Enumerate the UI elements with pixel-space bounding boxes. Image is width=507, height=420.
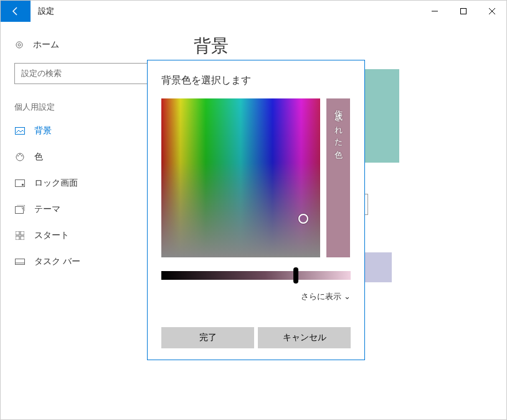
show-more-button[interactable]: さらに表示 ⌄ bbox=[161, 291, 351, 302]
arrow-left-icon bbox=[11, 6, 21, 16]
svg-rect-1 bbox=[461, 9, 467, 14]
svg-rect-16 bbox=[16, 236, 19, 240]
page-title: 背景 bbox=[194, 34, 488, 58]
nav-label: 背景 bbox=[34, 125, 52, 136]
picture-icon bbox=[14, 127, 26, 135]
svg-point-8 bbox=[17, 155, 19, 156]
back-button[interactable] bbox=[1, 1, 31, 22]
spectrum-cursor[interactable] bbox=[298, 214, 308, 224]
done-button[interactable]: 完了 bbox=[161, 327, 254, 348]
svg-point-10 bbox=[21, 155, 22, 156]
color-spectrum[interactable] bbox=[161, 98, 320, 257]
home-link[interactable]: ホーム bbox=[1, 33, 175, 57]
start-icon bbox=[14, 231, 26, 240]
nav-label: タスク バー bbox=[34, 256, 80, 267]
home-label: ホーム bbox=[33, 39, 59, 50]
minimize-icon bbox=[432, 8, 438, 14]
svg-point-9 bbox=[19, 154, 21, 155]
svg-point-3 bbox=[18, 44, 21, 46]
picker-title: 背景色を選択します bbox=[161, 74, 351, 87]
minimize-button[interactable] bbox=[420, 1, 449, 22]
window-title: 設定 bbox=[31, 6, 420, 17]
close-button[interactable] bbox=[478, 1, 506, 22]
created-color-label: 作成された色 bbox=[333, 103, 344, 146]
search-input[interactable]: 設定の検索 bbox=[14, 63, 166, 84]
theme-icon bbox=[14, 205, 26, 214]
nav-label: スタート bbox=[34, 230, 69, 241]
color-picker-dialog: 背景色を選択します 作成された色 さらに表示 ⌄ 完了 キャンセル bbox=[147, 60, 365, 360]
svg-rect-18 bbox=[16, 259, 25, 265]
lock-screen-icon bbox=[14, 179, 26, 187]
nav-label: 色 bbox=[34, 151, 43, 163]
taskbar-icon bbox=[14, 259, 26, 265]
svg-rect-17 bbox=[21, 236, 24, 240]
window-controls bbox=[420, 1, 506, 22]
search-placeholder: 設定の検索 bbox=[21, 68, 62, 79]
svg-point-2 bbox=[16, 42, 22, 48]
nav-label: ロック画面 bbox=[34, 178, 78, 189]
chevron-down-icon: ⌄ bbox=[344, 292, 351, 301]
svg-rect-15 bbox=[21, 231, 24, 235]
palette-icon bbox=[14, 152, 26, 162]
svg-rect-14 bbox=[16, 231, 19, 235]
maximize-button[interactable] bbox=[449, 1, 478, 22]
luminance-thumb[interactable] bbox=[293, 267, 298, 284]
nav-label: テーマ bbox=[34, 204, 60, 215]
close-icon bbox=[489, 8, 495, 14]
gear-icon bbox=[14, 40, 24, 50]
created-color-preview: 作成された色 bbox=[326, 98, 350, 257]
color-swatch[interactable] bbox=[362, 252, 392, 282]
svg-rect-12 bbox=[22, 184, 24, 186]
luminance-slider[interactable] bbox=[161, 271, 351, 280]
titlebar: 設定 bbox=[1, 1, 506, 22]
cancel-button[interactable]: キャンセル bbox=[258, 327, 351, 348]
maximize-icon bbox=[460, 8, 467, 14]
